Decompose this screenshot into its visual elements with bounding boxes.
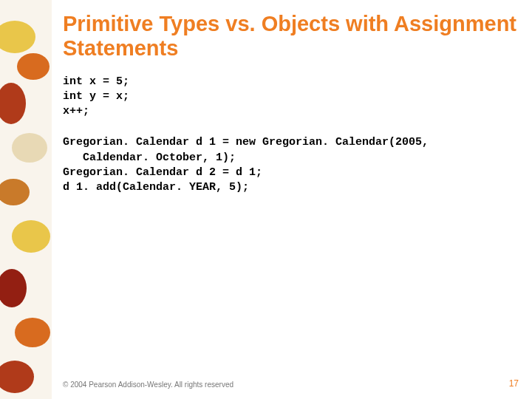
code-line: x++; <box>63 105 89 117</box>
svg-point-2 <box>17 53 50 80</box>
slide-title: Primitive Types vs. Objects with Assignm… <box>63 12 517 61</box>
slide: Primitive Types vs. Objects with Assignm… <box>0 0 532 399</box>
code-line: Gregorian. Calendar d 1 = new Gregorian.… <box>63 136 429 149</box>
code-line: d 1. add(Calendar. YEAR, 5); <box>63 181 249 194</box>
code-block-objects: Gregorian. Calendar d 1 = new Gregorian.… <box>63 135 517 195</box>
svg-point-4 <box>12 133 47 163</box>
page-number: 17 <box>509 378 519 389</box>
code-line: Gregorian. Calendar d 2 = d 1; <box>63 166 262 179</box>
slide-content: Primitive Types vs. Objects with Assignm… <box>63 12 517 384</box>
autumn-leaves-decor <box>0 0 52 399</box>
code-line: int x = 5; <box>63 75 129 88</box>
code-line: int y = x; <box>63 90 129 103</box>
svg-point-8 <box>15 318 50 347</box>
code-line: Caldendar. October, 1); <box>63 151 236 164</box>
code-block-primitives: int x = 5; int y = x; x++; <box>63 75 517 120</box>
copyright-footer: © 2004 Pearson Addison-Wesley. All right… <box>63 381 233 389</box>
svg-point-6 <box>12 220 50 253</box>
